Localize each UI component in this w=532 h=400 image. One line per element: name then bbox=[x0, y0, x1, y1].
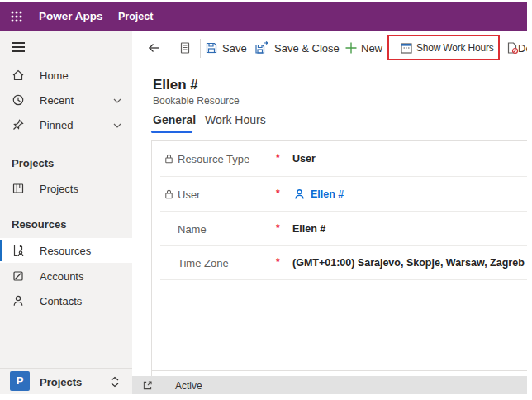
sidebar: Home Recent Pinned Projects bbox=[0, 31, 132, 394]
show-work-hours-button[interactable]: Show Work Hours bbox=[416, 42, 493, 54]
field-label: User bbox=[178, 188, 200, 200]
selected-indicator bbox=[0, 240, 2, 261]
field-time-zone[interactable]: Time Zone * (GMT+01:00) Sarajevo, Skopje… bbox=[160, 246, 527, 280]
expand-form-icon[interactable] bbox=[143, 381, 152, 390]
field-label: Name bbox=[178, 222, 207, 235]
chevron-down-icon[interactable] bbox=[112, 96, 122, 106]
record-status: Active bbox=[175, 380, 202, 392]
form-footer-status-bar: Active bbox=[132, 376, 527, 394]
sidebar-group-projects: Projects bbox=[12, 155, 54, 172]
field-value-link[interactable]: Ellen # bbox=[311, 188, 344, 200]
chevron-down-icon[interactable] bbox=[112, 121, 122, 131]
sidebar-footer-area-switcher[interactable]: P Projects bbox=[0, 369, 132, 394]
area-label: Projects bbox=[40, 375, 82, 388]
app-header: Power Apps Project bbox=[0, 2, 527, 31]
required-marker: * bbox=[276, 256, 280, 268]
clock-icon bbox=[12, 93, 25, 107]
sidebar-item-resources[interactable]: Resources bbox=[0, 238, 132, 263]
required-marker: * bbox=[276, 221, 280, 233]
area-tile-icon: P bbox=[10, 371, 30, 391]
sidebar-item-recent[interactable]: Recent bbox=[0, 88, 132, 112]
command-bar: Save Save & Close New Show Work bbox=[132, 31, 527, 64]
app-name[interactable]: Power Apps bbox=[39, 10, 103, 22]
field-value[interactable]: User bbox=[292, 153, 316, 164]
required-marker: * bbox=[276, 152, 280, 164]
sidebar-item-label: Recent bbox=[40, 94, 74, 107]
accounts-icon bbox=[12, 269, 25, 283]
lock-icon bbox=[164, 154, 174, 164]
sidebar-item-label: Home bbox=[40, 69, 69, 82]
form-section: Resource Type * User User * Ellen # bbox=[151, 140, 527, 376]
field-resource-type[interactable]: Resource Type * User bbox=[160, 141, 527, 177]
field-user[interactable]: User * Ellen # bbox=[160, 177, 527, 212]
contacts-icon bbox=[12, 294, 25, 307]
record-entity-type: Bookable Resource bbox=[153, 95, 240, 107]
save-icon[interactable] bbox=[205, 41, 218, 55]
command-divider bbox=[169, 39, 169, 58]
pin-icon bbox=[12, 118, 25, 131]
sidebar-item-accounts[interactable]: Accounts bbox=[0, 264, 132, 288]
sidebar-item-home[interactable]: Home bbox=[0, 63, 132, 88]
field-value[interactable]: (GMT+01:00) Sarajevo, Skopje, Warsaw, Za… bbox=[292, 257, 525, 269]
active-tab-indicator bbox=[151, 131, 192, 133]
field-label: Time Zone bbox=[178, 257, 229, 269]
sidebar-group-resources: Resources bbox=[12, 217, 66, 233]
projects-icon bbox=[12, 182, 25, 195]
waffle-menu-icon[interactable] bbox=[11, 11, 22, 22]
sidebar-item-label: Resources bbox=[40, 245, 91, 257]
required-marker: * bbox=[276, 187, 280, 198]
save-and-close-icon[interactable] bbox=[254, 41, 268, 55]
new-icon[interactable] bbox=[344, 41, 358, 55]
sidebar-item-label: Projects bbox=[40, 183, 78, 195]
app-window: Power Apps Project Home Recent bbox=[0, 0, 532, 400]
app-area[interactable]: Project bbox=[118, 11, 153, 22]
back-icon[interactable] bbox=[147, 41, 160, 55]
command-divider bbox=[200, 39, 201, 58]
sidebar-item-label: Accounts bbox=[40, 270, 83, 283]
status-divider bbox=[207, 379, 207, 391]
sidebar-item-contacts[interactable]: Contacts bbox=[0, 288, 132, 313]
tab-general[interactable]: General bbox=[153, 113, 196, 126]
record-title: Ellen # bbox=[153, 77, 198, 93]
header-divider bbox=[107, 10, 107, 24]
hamburger-icon[interactable] bbox=[12, 42, 25, 52]
form-section-bottom-border bbox=[152, 370, 527, 371]
main-content: Save Save & Close New Show Work bbox=[132, 31, 527, 394]
resources-icon bbox=[12, 244, 25, 257]
field-name[interactable]: Name * Ellen # bbox=[160, 212, 527, 246]
deactivate-button[interactable]: De bbox=[518, 42, 527, 55]
sidebar-item-projects[interactable]: Projects bbox=[0, 176, 132, 201]
form-selector-icon[interactable] bbox=[178, 41, 192, 55]
home-icon bbox=[12, 69, 25, 82]
show-work-hours-icon[interactable] bbox=[400, 41, 413, 55]
save-and-close-button[interactable]: Save & Close bbox=[274, 42, 340, 55]
sidebar-item-label: Contacts bbox=[40, 295, 82, 307]
lock-icon bbox=[164, 188, 174, 199]
save-button[interactable]: Save bbox=[222, 42, 247, 55]
user-lookup-icon bbox=[293, 188, 306, 200]
deactivate-icon[interactable] bbox=[506, 41, 519, 55]
unfold-chevron-icon bbox=[109, 375, 121, 388]
field-value[interactable]: Ellen # bbox=[292, 223, 325, 235]
sidebar-item-pinned[interactable]: Pinned bbox=[0, 112, 132, 137]
field-label: Resource Type bbox=[178, 153, 249, 165]
tab-work-hours[interactable]: Work Hours bbox=[205, 113, 266, 126]
new-button[interactable]: New bbox=[361, 42, 382, 55]
sidebar-item-label: Pinned bbox=[40, 119, 73, 131]
